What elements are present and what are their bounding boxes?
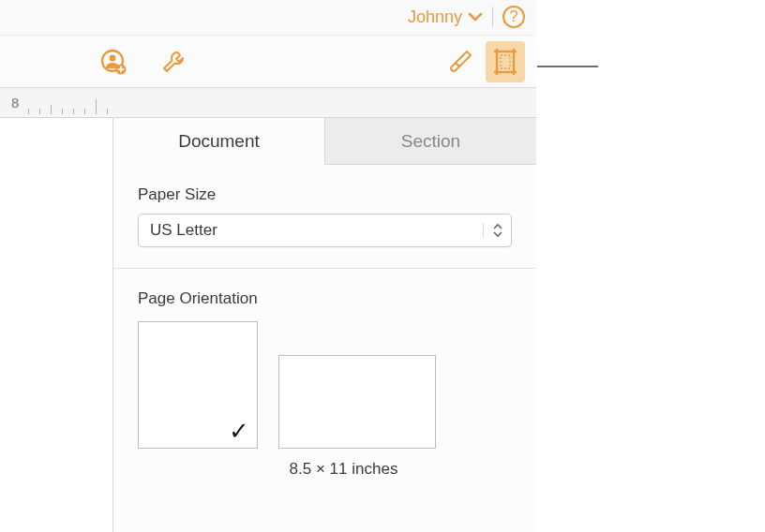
- title-bar: Johnny ?: [0, 0, 536, 36]
- inspector-tabs: Document Section: [113, 118, 536, 165]
- tab-section[interactable]: Section: [324, 118, 536, 165]
- tab-document-label: Document: [178, 131, 260, 152]
- document-page-edge: [0, 118, 112, 532]
- divider: [492, 7, 493, 27]
- page-orientation-label: Page Orientation: [138, 289, 512, 308]
- help-icon: ?: [510, 8, 518, 25]
- orientation-portrait[interactable]: ✓: [138, 321, 258, 449]
- tab-document[interactable]: Document: [113, 118, 324, 165]
- user-name-label: Johnny: [408, 7, 462, 27]
- paintbrush-icon: [447, 49, 473, 75]
- orientation-landscape[interactable]: [278, 355, 436, 449]
- collaborate-button[interactable]: [99, 48, 128, 76]
- checkmark-icon: ✓: [229, 417, 249, 446]
- document-inspector-button[interactable]: [486, 41, 525, 82]
- ruler: 8: [0, 88, 536, 118]
- document-frame-icon: [491, 48, 519, 76]
- inspector-panel: Document Section Paper Size US Letter Pa…: [112, 118, 536, 532]
- wrench-icon: [160, 49, 187, 75]
- svg-rect-3: [497, 52, 514, 72]
- user-menu[interactable]: Johnny: [408, 7, 483, 27]
- stepper-arrows-icon: [483, 223, 511, 238]
- paper-size-label: Paper Size: [138, 185, 512, 204]
- tools-button[interactable]: [159, 48, 188, 76]
- chevron-down-icon: [468, 11, 483, 22]
- paper-size-value: US Letter: [139, 221, 483, 240]
- tab-section-label: Section: [401, 131, 460, 152]
- format-button[interactable]: [446, 48, 474, 76]
- help-button[interactable]: ?: [502, 6, 525, 28]
- page-dimensions: 8.5 × 11 inches: [138, 460, 512, 479]
- callout-line: [537, 66, 598, 67]
- svg-point-1: [110, 54, 116, 61]
- paper-size-dropdown[interactable]: US Letter: [138, 214, 512, 247]
- collaborate-icon: [99, 48, 128, 76]
- divider: [113, 268, 536, 269]
- ruler-ticks: [0, 96, 112, 114]
- toolbar: [0, 36, 536, 88]
- svg-rect-12: [501, 55, 510, 68]
